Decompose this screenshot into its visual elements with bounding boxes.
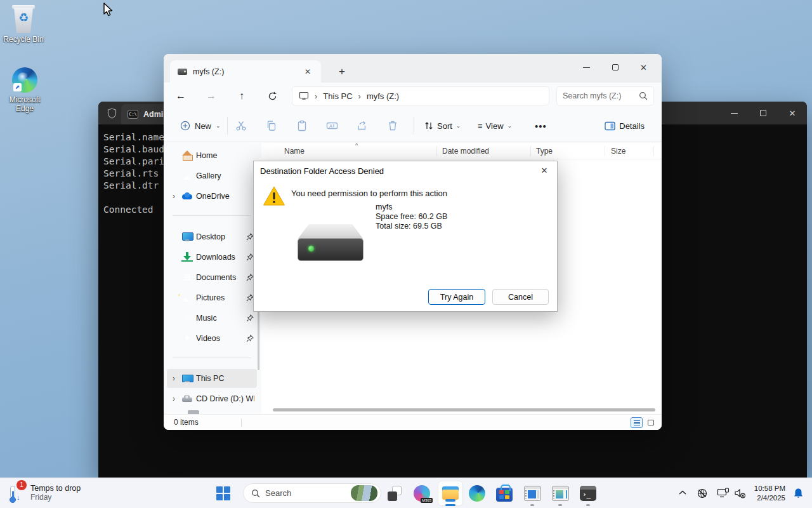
search-box[interactable]: Search myfs (Z:): [556, 86, 654, 105]
search-icon: [639, 91, 648, 100]
app-window-taskbar-button-1[interactable]: [523, 485, 541, 502]
explorer-close-button[interactable]: ✕: [629, 54, 658, 81]
dialog-message: You need permission to perform this acti…: [291, 189, 447, 198]
edge-icon: [469, 485, 485, 502]
notification-bell-icon[interactable]: [793, 488, 804, 499]
column-header-size[interactable]: Size: [611, 147, 625, 156]
explorer-running-indicator: [445, 504, 455, 506]
view-button[interactable]: ≡ View ⌄: [473, 116, 516, 136]
more-button[interactable]: •••: [530, 116, 551, 136]
search-placeholder: Search myfs (Z:): [563, 91, 639, 100]
breadcrumb-this-pc[interactable]: This PC: [323, 91, 352, 101]
desktop-icon-microsoft-edge[interactable]: ⬈ Microsoft Edge: [4, 67, 46, 113]
address-bar[interactable]: › This PC › myfs (Z:): [292, 86, 549, 105]
copy-button[interactable]: [259, 115, 284, 137]
copy-icon: [266, 120, 277, 131]
sidebar-item-home[interactable]: Home: [167, 146, 257, 165]
refresh-button[interactable]: [263, 87, 281, 105]
explorer-minimize-button[interactable]: [572, 54, 601, 81]
windows-logo-icon: [216, 486, 230, 500]
microsoft-store-icon: [496, 488, 513, 502]
sidebar-item-pictures[interactable]: Pictures: [167, 288, 257, 307]
edge-icon: ⬈: [12, 67, 37, 93]
muted-speaker-icon[interactable]: [734, 488, 746, 498]
up-button[interactable]: ↑: [233, 87, 251, 105]
paste-button[interactable]: [289, 115, 315, 137]
sidebar-item-videos[interactable]: Videos: [167, 329, 257, 348]
weather-widget[interactable]: ↓ 1 Temps to drop Friday: [6, 482, 81, 504]
hard-drive-image: [298, 224, 363, 261]
app-window-taskbar-button-2[interactable]: [551, 485, 569, 502]
thumbnail-view-toggle[interactable]: [645, 417, 657, 428]
explorer-maximize-button[interactable]: [601, 54, 629, 81]
sidebar-item-gallery[interactable]: Gallery: [167, 166, 257, 185]
ethernet-icon[interactable]: [717, 488, 730, 499]
no-internet-icon[interactable]: [697, 488, 708, 499]
store-taskbar-button[interactable]: [495, 485, 513, 502]
column-header-name[interactable]: Name: [284, 147, 304, 156]
rename-button[interactable]: A: [319, 115, 344, 137]
sidebar-item-documents[interactable]: Documents: [167, 268, 257, 287]
forward-button[interactable]: →: [202, 87, 220, 105]
desktop-icon-recycle-bin[interactable]: ♻ Recycle Bin: [3, 5, 44, 44]
sort-button[interactable]: Sort ⌄: [420, 116, 465, 136]
dialog-close-button[interactable]: ✕: [537, 164, 551, 177]
horizontal-scrollbar[interactable]: [273, 408, 655, 411]
weather-headline: Temps to drop: [30, 484, 81, 493]
tray-time: 10:58 PM: [754, 484, 785, 493]
edge-taskbar-button[interactable]: [468, 485, 486, 502]
tray-clock[interactable]: 10:58 PM 2/4/2025: [754, 484, 785, 503]
paste-icon: [296, 120, 308, 131]
column-header-date-modified[interactable]: Date modified: [442, 147, 489, 156]
details-view-toggle[interactable]: [631, 417, 643, 428]
tab-close-icon[interactable]: ✕: [302, 66, 313, 77]
sidebar-item-music[interactable]: Music: [167, 309, 257, 328]
task-view-button[interactable]: [386, 485, 403, 502]
recycle-bin-icon: ♻: [12, 5, 35, 33]
sort-icon: [424, 121, 433, 130]
expand-chevron-icon[interactable]: ›: [169, 374, 178, 383]
terminal-close-button[interactable]: ✕: [778, 102, 807, 124]
new-tab-button[interactable]: +: [332, 60, 351, 83]
delete-button[interactable]: [380, 115, 405, 137]
explorer-tab-myfs[interactable]: myfs (Z:) ✕: [170, 60, 321, 83]
taskbar-search-placeholder: Search: [265, 488, 351, 498]
copilot-m365-button[interactable]: M365: [413, 485, 431, 502]
cancel-button[interactable]: Cancel: [492, 289, 549, 305]
file-explorer-taskbar-button[interactable]: [442, 485, 459, 502]
sidebar-item-onedrive[interactable]: › OneDrive: [167, 187, 257, 206]
tray-overflow-chevron[interactable]: [678, 488, 688, 498]
sidebar-item-cd-drive[interactable]: › CD Drive (D:) WI: [167, 389, 257, 408]
new-button[interactable]: New ⌄: [176, 116, 225, 136]
taskbar-search[interactable]: Search: [243, 483, 381, 503]
try-again-button[interactable]: Try Again: [428, 289, 485, 305]
terminal-minimize-button[interactable]: [719, 102, 749, 124]
cut-button[interactable]: [228, 115, 254, 137]
breadcrumb-myfs[interactable]: myfs (Z:): [367, 91, 399, 101]
share-button[interactable]: [350, 115, 375, 137]
recycle-bin-label: Recycle Bin: [3, 35, 44, 44]
pin-icon: [246, 335, 254, 342]
terminal-taskbar-button[interactable]: ›_: [579, 485, 597, 502]
chevron-down-icon: ⌄: [456, 123, 461, 129]
expand-chevron-icon[interactable]: ›: [169, 192, 178, 201]
cmd-icon: C:\: [128, 110, 138, 119]
drive-icon: [178, 69, 187, 75]
back-button[interactable]: ←: [172, 87, 190, 105]
sidebar-item-this-pc[interactable]: › This PC: [167, 369, 257, 388]
start-button[interactable]: [214, 485, 232, 502]
sort-button-label: Sort: [437, 121, 452, 131]
cd-drive-icon: [181, 393, 193, 404]
sidebar-item-downloads[interactable]: Downloads: [167, 248, 257, 267]
sidebar-item-desktop[interactable]: Desktop: [167, 227, 257, 246]
warning-icon: [263, 185, 285, 206]
sidebar-divider: [173, 358, 251, 358]
details-button[interactable]: Details: [600, 116, 649, 136]
app-window-icon: [552, 486, 569, 501]
terminal-maximize-button[interactable]: [749, 102, 778, 124]
details-pane-icon: [605, 121, 615, 131]
weather-subtext: Friday: [30, 493, 81, 502]
expand-chevron-icon[interactable]: ›: [169, 394, 178, 403]
chevron-down-icon: ⌄: [216, 123, 221, 129]
column-header-type[interactable]: Type: [536, 147, 553, 156]
